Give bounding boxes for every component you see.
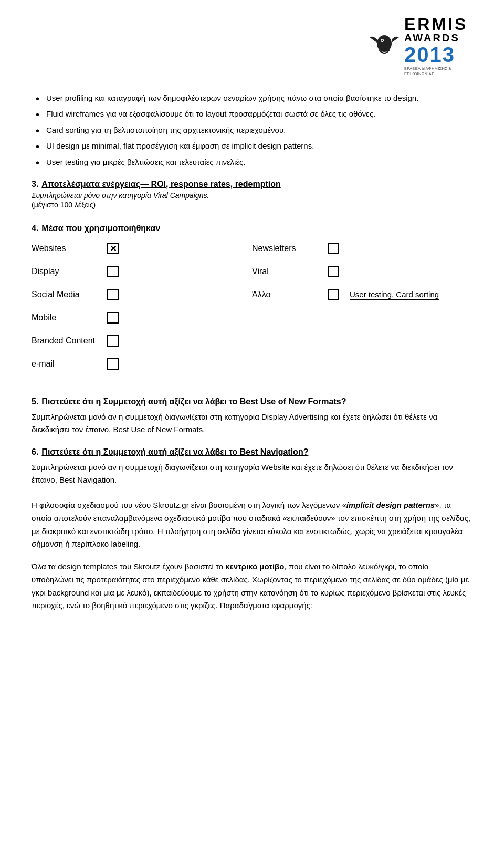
para1-part2-bold-italic: implicit design patterns <box>346 500 435 509</box>
section3-heading: Αποτελέσματα ενέργειας— ROI, response ra… <box>41 180 280 189</box>
media-col-right: Newsletters Viral Άλλο User testing, Car… <box>252 243 472 381</box>
section4-number: 4. <box>32 224 38 233</box>
section6-number: 6. <box>32 447 38 457</box>
checkbox-websites[interactable] <box>107 243 119 254</box>
section-5: 5. Πιστεύετε ότι η Συμμετοχή αυτή αξίζει… <box>32 397 472 436</box>
bullet-item-3: Card sorting για τη βελτιστοποίηση της α… <box>32 124 472 137</box>
paragraph-1: Η φιλοσοφία σχεδιασμού του νέου Skroutz.… <box>32 499 472 551</box>
media-label-newsletters: Newsletters <box>252 244 320 253</box>
logo-bird-icon <box>369 33 400 59</box>
checkbox-altro[interactable] <box>328 289 339 300</box>
media-label-social: Social Media <box>32 290 100 299</box>
logo-year-text: 2013 <box>404 43 455 66</box>
logo-container: ERMIS AWARDS 2013 ΒΡΑΒΕΑ ΔΙΑΦΗΜΙΣΗΣ & ΕΠ… <box>369 16 472 77</box>
section-4: 4. Μέσα που χρησιμοποιήθηκαν Websites Di… <box>32 224 472 381</box>
checkbox-social[interactable] <box>107 289 119 300</box>
section3-note: (μέγιστο 100 λέξεις) <box>32 201 472 209</box>
paragraph-1-text: Η φιλοσοφία σχεδιασμού του νέου Skroutz.… <box>32 499 472 551</box>
section5-text: Συμπληρώνεται μονό αν η συμμετοχή διαγων… <box>32 411 472 436</box>
paragraph-2: Όλα τα design templates του Skroutz έχου… <box>32 560 472 612</box>
checkbox-viral[interactable] <box>328 266 339 277</box>
media-label-display: Display <box>32 267 100 276</box>
media-item-social: Social Media <box>32 289 252 300</box>
bullet-item-2: Fluid wireframes για να εξασφαλίσουμε ότ… <box>32 108 472 120</box>
section6-text: Συμπληρώνεται μονό αν η συμμετοχή διαγων… <box>32 461 472 486</box>
logo-subtitle-text: ΒΡΑΒΕΑ ΔΙΑΦΗΜΙΣΗΣ & ΕΠΙΚΟΙΝΩΝΙΑΣ <box>404 66 472 77</box>
media-grid: Websites Display Social Media Mobile Bra… <box>32 243 472 381</box>
logo-text-block: ERMIS AWARDS 2013 ΒΡΑΒΕΑ ΔΙΑΦΗΜΙΣΗΣ & ΕΠ… <box>404 16 472 77</box>
bullet-item-5: User testing για μικρές βελτιώσεις και τ… <box>32 156 472 169</box>
section-3: 3. Αποτελέσματα ενέργειας— ROI, response… <box>32 180 472 209</box>
media-item-branded-content: Branded Content <box>32 335 252 347</box>
checkbox-display[interactable] <box>107 266 119 277</box>
media-label-mobile: Mobile <box>32 313 100 322</box>
logo-awards-text: AWARDS <box>404 33 460 43</box>
para1-part1: Η φιλοσοφία σχεδιασμού του νέου Skroutz.… <box>32 500 346 509</box>
svg-point-2 <box>382 39 383 41</box>
checkbox-newsletters[interactable] <box>328 243 339 254</box>
media-item-altro: Άλλο User testing, Card sorting <box>252 289 472 300</box>
section3-subtext: Συμπληρώνεται μόνο στην κατηγορία Viral … <box>32 191 472 200</box>
section6-heading: Πιστεύετε ότι η Συμμετοχή αυτή αξίζει να… <box>41 447 308 457</box>
checkbox-branded-content[interactable] <box>107 335 119 347</box>
paragraph-2-text: Όλα τα design templates του Skroutz έχου… <box>32 560 472 612</box>
bullet-item-4: UI design με minimal, flat προσέγγιση κα… <box>32 140 472 152</box>
bullet-section: User profiling και καταγραφή των δημοφιλ… <box>32 92 472 169</box>
media-item-display: Display <box>32 266 252 277</box>
media-label-viral: Viral <box>252 267 320 276</box>
section3-number: 3. <box>32 180 38 189</box>
checkbox-mobile[interactable] <box>107 312 119 324</box>
page-header: ERMIS AWARDS 2013 ΒΡΑΒΕΑ ΔΙΑΦΗΜΙΣΗΣ & ΕΠ… <box>32 16 472 77</box>
para2-part2-bold: κεντρικό μοτίβο <box>225 562 284 571</box>
logo-ermis-text: ERMIS <box>404 16 468 33</box>
altro-value: User testing, Card sorting <box>350 290 439 300</box>
media-item-newsletters: Newsletters <box>252 243 472 254</box>
media-item-mobile: Mobile <box>32 312 252 324</box>
section5-number: 5. <box>32 397 38 406</box>
media-item-email: e-mail <box>32 358 252 370</box>
bullet-item-1: User profiling και καταγραφή των δημοφιλ… <box>32 92 472 105</box>
section-6: 6. Πιστεύετε ότι η Συμμετοχή αυτή αξίζει… <box>32 447 472 486</box>
svg-point-0 <box>377 35 392 52</box>
section4-heading: Μέσα που χρησιμοποιήθηκαν <box>41 224 160 233</box>
checkbox-email[interactable] <box>107 358 119 370</box>
para2-part1: Όλα τα design templates του Skroutz έχου… <box>32 562 225 571</box>
media-label-branded-content: Branded Content <box>32 336 100 346</box>
media-item-websites: Websites <box>32 243 252 254</box>
media-item-viral: Viral <box>252 266 472 277</box>
media-label-email: e-mail <box>32 359 100 369</box>
media-label-websites: Websites <box>32 244 100 253</box>
bullet-list: User profiling και καταγραφή των δημοφιλ… <box>32 92 472 169</box>
section5-heading: Πιστεύετε ότι η Συμμετοχή αυτή αξίζει να… <box>41 397 346 406</box>
media-col-left: Websites Display Social Media Mobile Bra… <box>32 243 252 381</box>
media-label-altro: Άλλο <box>252 290 320 299</box>
